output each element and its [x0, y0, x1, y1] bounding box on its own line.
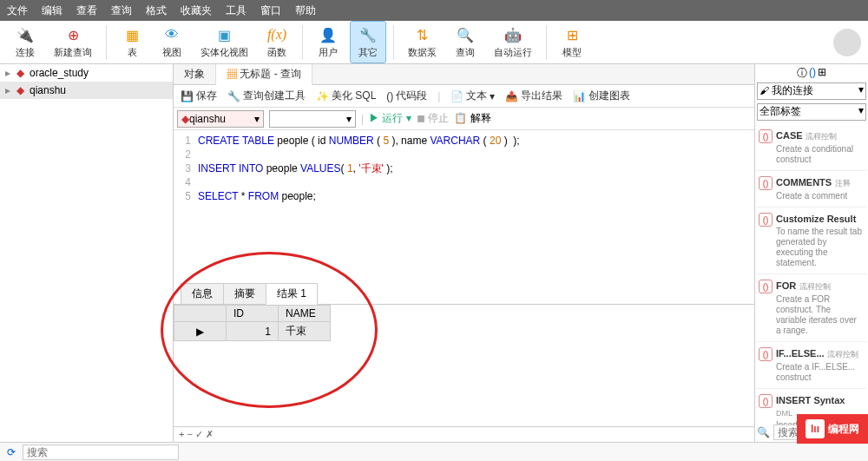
result-tabs: 信息摘要结果 1	[174, 284, 754, 305]
cell[interactable]: 千束	[279, 322, 331, 341]
cell[interactable]: 1	[227, 322, 279, 341]
tree-search-input[interactable]	[23, 445, 179, 460]
menu-查询[interactable]: 查询	[111, 3, 132, 18]
toolbar-数据泵[interactable]: ⇅数据泵	[401, 22, 444, 63]
connection-bar: ◆ qianshu ▾ ▾ | ▶ 运行 ▾ ◼ 停止 📋 解释	[174, 108, 754, 130]
save-button[interactable]: 💾 保存	[181, 89, 217, 103]
menu-编辑[interactable]: 编辑	[42, 3, 62, 18]
tab-对象[interactable]: 对象	[174, 64, 216, 85]
connection-tree: ▸◆oracle_study▸◆qianshu	[0, 64, 174, 442]
info-icon[interactable]: ⓘ	[797, 66, 807, 81]
tree-oracle_study[interactable]: ▸◆oracle_study	[0, 64, 173, 82]
toolbar-其它[interactable]: 🔧其它	[350, 21, 386, 63]
tree-qianshu[interactable]: ▸◆qianshu	[0, 82, 173, 99]
toolbar-用户[interactable]: 👤用户	[310, 22, 346, 63]
menubar: 文件编辑查看查询格式收藏夹工具窗口帮助	[0, 0, 868, 21]
explain-button[interactable]: 📋 解释	[454, 111, 490, 126]
menu-查看[interactable]: 查看	[76, 3, 97, 18]
toolbar-连接[interactable]: 🔌连接	[7, 22, 43, 63]
editor-tabs: 对象▦ 无标题 - 查询	[174, 64, 754, 85]
tag-filter[interactable]: 全部标签 ▾	[757, 103, 866, 121]
export-result-button[interactable]: 📤 导出结果	[505, 89, 562, 103]
snippet-Customize Result[interactable]: ()Customize Result To name the result ta…	[757, 207, 866, 274]
avatar[interactable]	[833, 29, 861, 56]
editor-toolbar: 💾 保存 🔧 查询创建工具 ✨ 美化 SQL () 代码段 | 📄 文本 ▾ 📤…	[174, 85, 754, 108]
snippet-COMMENTS[interactable]: ()COMMENTS 注释Create a comment	[757, 171, 866, 207]
result-grid[interactable]: IDNAME ▶1千束	[174, 305, 754, 426]
schema-selector[interactable]: ▾	[269, 110, 356, 128]
db-selector[interactable]: ◆ qianshu ▾	[177, 110, 264, 128]
menu-格式[interactable]: 格式	[146, 3, 167, 18]
toolbar-表[interactable]: ▦表	[114, 22, 150, 63]
snippet-panel: ⓘ () ⊞ 🖌 我的连接 ▾ 全部标签 ▾ ()CASE 流程控制Create…	[755, 64, 868, 442]
menu-帮助[interactable]: 帮助	[295, 3, 316, 18]
menu-工具[interactable]: 工具	[226, 3, 247, 18]
toolbar-实体化视图[interactable]: ▣实体化视图	[194, 22, 255, 63]
snippet-button[interactable]: () 代码段	[386, 89, 427, 103]
menu-文件[interactable]: 文件	[7, 3, 28, 18]
toolbar-函数[interactable]: f(x)函数	[259, 22, 295, 63]
main-toolbar: 🔌连接⊕新建查询▦表👁视图▣实体化视图f(x)函数👤用户🔧其它⇅数据泵🔍查询🤖自…	[0, 21, 868, 64]
toolbar-新建查询[interactable]: ⊕新建查询	[47, 22, 99, 63]
toolbar-自动运行[interactable]: 🤖自动运行	[487, 22, 539, 63]
bracket-icon[interactable]: ()	[809, 66, 816, 81]
toolbar-模型[interactable]: ⊞模型	[554, 22, 590, 63]
line-gutter: 12345	[174, 130, 194, 284]
result-tab-信息[interactable]: 信息	[181, 283, 224, 304]
row-indicator: ▶	[174, 322, 227, 341]
connection-filter[interactable]: 🖌 我的连接 ▾	[757, 82, 866, 100]
result-tab-结果 1[interactable]: 结果 1	[266, 283, 318, 305]
create-chart-button[interactable]: 📊 创建图表	[573, 89, 630, 103]
tab-无标题 - 查询[interactable]: ▦ 无标题 - 查询	[216, 64, 312, 85]
beautify-sql-button[interactable]: ✨ 美化 SQL	[316, 89, 376, 103]
snippet-IF...ELSE...[interactable]: ()IF...ELSE... 流程控制Create a IF...ELSE...…	[757, 342, 866, 389]
search-icon: 🔍	[757, 426, 770, 438]
col-name[interactable]: NAME	[279, 306, 331, 322]
snippet-list: ()CASE 流程控制Create a conditional construc…	[757, 124, 866, 442]
watermark-logo: lıı编程网	[797, 414, 868, 444]
grid-icon[interactable]: ⊞	[818, 66, 826, 81]
snippet-FOR[interactable]: ()FOR 流程控制Create a FOR construct. The va…	[757, 274, 866, 342]
query-builder-button[interactable]: 🔧 查询创建工具	[227, 89, 306, 103]
text-button[interactable]: 📄 文本 ▾	[450, 89, 495, 103]
menu-收藏夹[interactable]: 收藏夹	[181, 3, 212, 18]
stop-button[interactable]: ◼ 停止	[417, 111, 449, 126]
toolbar-查询[interactable]: 🔍查询	[447, 22, 483, 63]
result-tab-摘要[interactable]: 摘要	[223, 283, 266, 304]
run-button[interactable]: ▶ 运行 ▾	[369, 111, 411, 126]
sql-editor[interactable]: 12345 CREATE TABLE people ( id NUMBER ( …	[174, 130, 754, 284]
menu-窗口[interactable]: 窗口	[260, 3, 281, 18]
col-id[interactable]: ID	[227, 306, 279, 322]
snippet-CASE[interactable]: ()CASE 流程控制Create a conditional construc…	[757, 124, 866, 171]
statusbar: ⟳	[0, 442, 868, 461]
refresh-icon[interactable]: ⟳	[7, 446, 16, 458]
toolbar-视图[interactable]: 👁视图	[154, 22, 190, 63]
